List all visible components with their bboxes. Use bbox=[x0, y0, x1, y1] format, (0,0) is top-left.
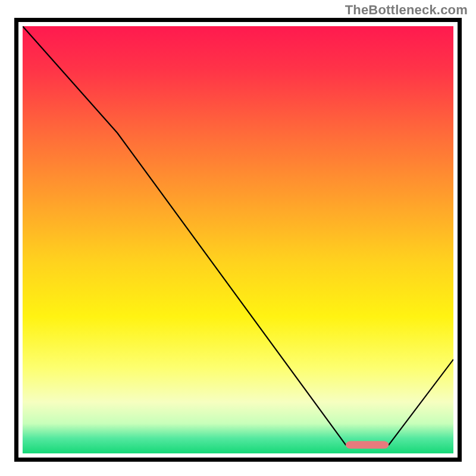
optimal-range-marker bbox=[346, 441, 389, 449]
plot-frame bbox=[14, 18, 462, 462]
plot-area bbox=[23, 26, 453, 453]
watermark-text: TheBottleneck.com bbox=[345, 2, 468, 18]
chart-stage: TheBottleneck.com bbox=[0, 0, 476, 476]
plot-svg bbox=[23, 26, 453, 453]
gradient-background bbox=[23, 26, 453, 453]
